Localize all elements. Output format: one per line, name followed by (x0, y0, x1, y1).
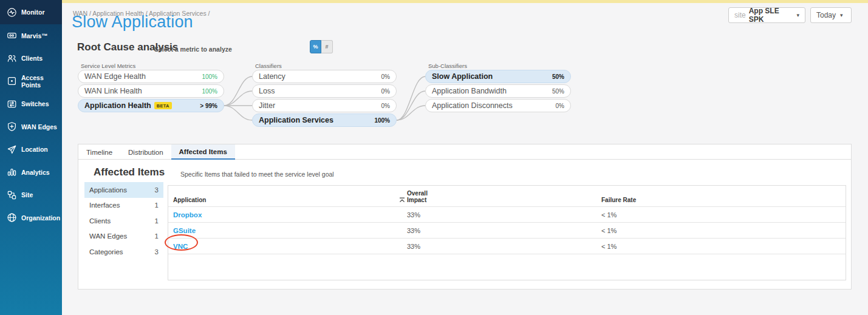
percent-toggle-button[interactable]: % (310, 40, 321, 53)
classifier-jitter[interactable]: Jitter 0% (252, 99, 397, 112)
sidebar-item-location[interactable]: Location (0, 138, 62, 161)
tab-affected-items[interactable]: Affected Items (171, 144, 235, 160)
beta-badge: BETA (154, 102, 172, 109)
sidebar-item-access-points[interactable]: Access Points (0, 70, 62, 93)
sidebar-item-analytics[interactable]: Analytics (0, 161, 62, 184)
chevron-down-icon: ▾ (796, 12, 799, 18)
sidebar-item-label: Analytics (21, 169, 50, 176)
category-count: 1 (155, 217, 159, 225)
subclassifier-application-disconnects[interactable]: Application Disconnects 0% (425, 99, 571, 112)
classifier-value: 0% (381, 88, 390, 95)
details-card: Timeline Distribution Affected Items Aff… (78, 144, 852, 290)
application-link-dropbox[interactable]: Dropbox (173, 211, 202, 218)
site-selector-value: App SLE SPK (749, 7, 793, 24)
monitor-icon (7, 7, 17, 18)
classifier-value: 100% (374, 117, 390, 124)
chevron-down-icon: ▾ (840, 12, 843, 18)
column-label-service-level-metrics: Service Level Metrics (81, 63, 135, 69)
sidebar-item-label: Monitor (21, 8, 45, 16)
subclassifier-value: 50% (552, 73, 564, 80)
category-count: 3 (155, 248, 159, 256)
affected-items-heading: Affected Items (94, 166, 165, 178)
subclassifier-application-bandwidth[interactable]: Application Bandwidth 50% (425, 84, 571, 98)
analytics-icon (7, 167, 17, 177)
classifier-value: 0% (381, 103, 390, 109)
column-header-overall-impact[interactable]: Overall Impact (402, 190, 596, 203)
metric-wan-edge-health[interactable]: WAN Edge Health 100% (78, 70, 224, 83)
category-wan-edges[interactable]: WAN Edges 1 (84, 229, 163, 245)
sidebar-item-monitor[interactable]: Monitor (0, 0, 62, 24)
table-row: VNC 33% < 1% (168, 239, 846, 254)
site-icon (7, 190, 17, 200)
impact-value: 33% (402, 227, 596, 234)
sidebar-item-marvis[interactable]: Marvis™ (0, 24, 62, 47)
impact-value: 33% (402, 211, 596, 218)
category-applications[interactable]: Applications 3 (84, 182, 163, 198)
impact-value: 33% (402, 243, 596, 250)
column-header-failure-rate[interactable]: Failure Rate (596, 197, 846, 203)
root-cause-subheading: Select a metric to analyze (154, 46, 232, 53)
app-window: Monitor Marvis™ Clients Access Points Sw… (0, 0, 868, 315)
wan-edges-icon (7, 121, 17, 132)
clients-icon (7, 53, 17, 64)
table-row: Dropbox 33% < 1% (168, 207, 846, 223)
sidebar-item-wan-edges[interactable]: WAN Edges (0, 115, 62, 138)
sidebar-item-label: Marvis™ (21, 32, 48, 39)
subclassifier-value: 0% (556, 103, 564, 109)
failure-rate-value: < 1% (596, 243, 846, 250)
tab-bar: Timeline Distribution Affected Items (78, 144, 851, 160)
affected-category-list: Applications 3 Interfaces 1 Clients 1 WA… (84, 182, 163, 260)
site-selector-prefix: site (734, 11, 746, 19)
category-clients[interactable]: Clients 1 (84, 213, 163, 229)
metric-value: 100% (202, 88, 217, 95)
sidebar-item-label: Site (21, 191, 33, 198)
time-range-selector[interactable]: Today ▾ (810, 7, 852, 23)
sidebar-item-clients[interactable]: Clients (0, 47, 62, 70)
access-points-icon (7, 76, 17, 86)
category-interfaces[interactable]: Interfaces 1 (84, 198, 163, 214)
classifier-loss[interactable]: Loss 0% (252, 84, 397, 98)
sort-ascending-icon (399, 197, 405, 203)
sidebar-item-label: Access Points (21, 74, 62, 89)
top-alert-bar (62, 0, 868, 3)
sidebar: Monitor Marvis™ Clients Access Points Sw… (0, 0, 62, 315)
failure-rate-value: < 1% (596, 227, 846, 234)
time-range-value: Today (816, 11, 836, 19)
category-count: 1 (155, 202, 159, 209)
category-count: 1 (155, 232, 159, 240)
sidebar-item-organization[interactable]: Organization (0, 206, 62, 229)
sidebar-item-site[interactable]: Site (0, 184, 62, 207)
application-link-vnc[interactable]: VNC (173, 243, 188, 250)
table-header-row: Application Overall Impact Failure Rate (168, 186, 846, 207)
category-count: 3 (155, 186, 159, 194)
metric-value: > 99% (200, 103, 217, 109)
organization-icon (7, 212, 17, 223)
metric-application-health[interactable]: Application Health BETA > 99% (78, 99, 224, 112)
sidebar-item-label: WAN Edges (21, 123, 57, 130)
tab-distribution[interactable]: Distribution (120, 144, 171, 160)
application-link-gsuite[interactable]: GSuite (173, 227, 196, 234)
subclassifier-slow-application[interactable]: Slow Application 50% (425, 70, 571, 83)
classifier-latency[interactable]: Latency 0% (252, 70, 397, 83)
category-categories[interactable]: Categories 3 (84, 244, 163, 260)
location-icon (7, 144, 17, 155)
failure-rate-value: < 1% (596, 211, 846, 218)
marvis-icon (7, 30, 17, 41)
column-label-sub-classifiers: Sub-Classifiers (428, 63, 467, 69)
page-title: Slow Application (72, 13, 193, 32)
table-row: GSuite 33% < 1% (168, 223, 846, 239)
metric-wan-link-health[interactable]: WAN Link Health 100% (78, 84, 224, 98)
sidebar-item-label: Switches (21, 100, 49, 107)
classifier-value: 0% (381, 73, 390, 80)
unit-toggle: % # (310, 40, 333, 53)
sidebar-item-label: Clients (21, 55, 43, 62)
count-toggle-button[interactable]: # (321, 40, 333, 53)
sidebar-item-switches[interactable]: Switches (0, 93, 62, 116)
tab-timeline[interactable]: Timeline (78, 144, 120, 160)
classifier-application-services[interactable]: Application Services 100% (252, 113, 397, 127)
switches-icon (7, 99, 17, 109)
column-header-application[interactable]: Application (168, 197, 402, 203)
site-selector[interactable]: site App SLE SPK ▾ (728, 7, 805, 23)
affected-items-subheading: Specific Items that failed to meet the s… (180, 171, 334, 178)
subclassifier-value: 50% (552, 88, 564, 95)
